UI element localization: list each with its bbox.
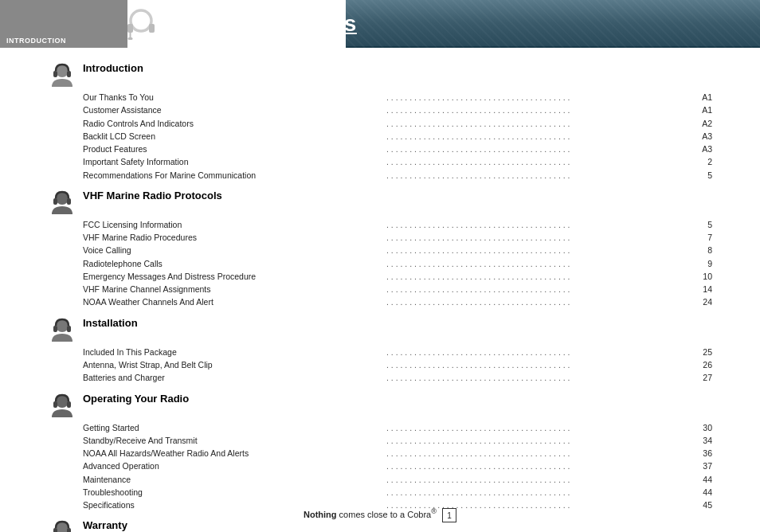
section-header-operating: Operating Your Radio: [48, 393, 712, 420]
section-header-vhf-marine: VHF Marine Radio Protocols: [48, 190, 712, 217]
toc-entry-label: Radiotelephone Calls: [83, 257, 385, 270]
svg-rect-13: [67, 326, 71, 332]
toc-entry-dots: . . . . . . . . . . . . . . . . . . . . …: [385, 421, 690, 434]
operating-entries: Getting Started . . . . . . . . . . . . …: [83, 421, 712, 512]
toc-entry-row: Customer Assistance . . . . . . . . . . …: [83, 104, 712, 116]
toc-entry-row: Standby/Receive And Transmit . . . . . .…: [83, 434, 712, 447]
toc-entry-dots: . . . . . . . . . . . . . . . . . . . . …: [385, 155, 690, 168]
toc-entry-row: Our Thanks To You . . . . . . . . . . . …: [83, 91, 712, 104]
toc-entry-row: Advanced Operation . . . . . . . . . . .…: [83, 460, 712, 472]
toc-entry-page: A3: [690, 130, 712, 143]
svg-point-0: [131, 10, 151, 31]
svg-rect-1: [127, 24, 133, 33]
svg-rect-4: [128, 37, 133, 40]
svg-rect-2: [149, 24, 155, 33]
installation-entries: Included In This Package . . . . . . . .…: [83, 346, 712, 385]
toc-entry-label: NOAA Weather Channels And Alert: [83, 295, 385, 308]
svg-rect-18: [53, 528, 57, 532]
toc-entry-row: Voice Calling . . . . . . . . . . . . . …: [83, 244, 712, 256]
toc-entry-label: NOAA All Hazards/Weather Radio And Alert…: [83, 447, 385, 460]
toc-entry-row: Antenna, Wrist Strap, And Belt Clip . . …: [83, 358, 712, 371]
page-header: Introduction Table of Contents: [0, 0, 760, 48]
introduction-title: Introduction: [83, 62, 143, 76]
toc-entry-page: A3: [690, 143, 712, 155]
toc-entry-dots: . . . . . . . . . . . . . . . . . . . . …: [385, 257, 690, 270]
vhf-marine-title: VHF Marine Radio Protocols: [83, 190, 222, 203]
toc-entry-page: 44: [690, 486, 712, 499]
toc-entry-dots: . . . . . . . . . . . . . . . . . . . . …: [385, 231, 690, 244]
toc-entry-dots: . . . . . . . . . . . . . . . . . . . . …: [385, 346, 690, 358]
toc-entry-page: 27: [690, 371, 712, 384]
toc-entry-dots: . . . . . . . . . . . . . . . . . . . . …: [385, 117, 690, 130]
toc-entry-page: 25: [690, 346, 712, 358]
section-installation: InstallationIncluded In This Package . .…: [48, 317, 712, 385]
toc-entry-row: Troubleshooting . . . . . . . . . . . . …: [83, 486, 712, 499]
section-header-introduction: Introduction: [48, 62, 712, 89]
toc-entry-dots: . . . . . . . . . . . . . . . . . . . . …: [385, 169, 690, 182]
toc-entry-page: A2: [690, 117, 712, 130]
footer-superscript: ®: [431, 507, 437, 515]
toc-entry-row: Radio Controls And Indicators . . . . . …: [83, 117, 712, 130]
toc-entry-page: 44: [690, 473, 712, 486]
section-introduction: IntroductionOur Thanks To You . . . . . …: [48, 62, 712, 182]
toc-entry-page: 14: [690, 283, 712, 295]
toc-entry-label: Recommendations For Marine Communication: [83, 169, 385, 182]
toc-entry-label: Troubleshooting: [83, 486, 385, 499]
toc-entry-label: Important Safety Information: [83, 155, 385, 168]
installation-icon: [48, 315, 76, 344]
introduction-icon: [48, 61, 76, 89]
svg-rect-6: [53, 71, 57, 77]
toc-entry-dots: . . . . . . . . . . . . . . . . . . . . …: [385, 358, 690, 371]
introduction-entries: Our Thanks To You . . . . . . . . . . . …: [83, 91, 712, 182]
toc-entry-label: Getting Started: [83, 421, 385, 434]
svg-rect-19: [67, 528, 71, 532]
toc-entry-label: Customer Assistance: [83, 104, 385, 116]
toc-entry-row: VHF Marine Radio Procedures . . . . . . …: [83, 231, 712, 244]
toc-entry-label: Batteries and Charger: [83, 371, 385, 384]
toc-entry-page: A1: [690, 104, 712, 116]
toc-entry-label: FCC Licensing Information: [83, 218, 385, 231]
toc-entry-row: Important Safety Information . . . . . .…: [83, 155, 712, 168]
operating-icon: [48, 391, 76, 420]
toc-entry-dots: . . . . . . . . . . . . . . . . . . . . …: [385, 104, 690, 116]
toc-entry-row: Recommendations For Marine Communication…: [83, 169, 712, 182]
toc-entry-row: VHF Marine Channel Assignments . . . . .…: [83, 283, 712, 295]
toc-entry-dots: . . . . . . . . . . . . . . . . . . . . …: [385, 218, 690, 231]
toc-entry-label: Emergency Messages And Distress Procedur…: [83, 270, 385, 283]
toc-entry-label: Antenna, Wrist Strap, And Belt Clip: [83, 358, 385, 371]
toc-entry-page: A1: [690, 91, 712, 104]
header-left-panel: Introduction: [0, 0, 127, 48]
toc-entry-dots: . . . . . . . . . . . . . . . . . . . . …: [385, 486, 690, 499]
toc-entry-dots: . . . . . . . . . . . . . . . . . . . . …: [385, 434, 690, 447]
toc-entry-page: 5: [690, 169, 712, 182]
toc-entry-dots: . . . . . . . . . . . . . . . . . . . . …: [385, 244, 690, 256]
toc-entry-page: 9: [690, 257, 712, 270]
page-footer: Nothing comes close to a Cobra® 1: [0, 507, 760, 522]
toc-entry-label: Backlit LCD Screen: [83, 130, 385, 143]
operating-title: Operating Your Radio: [83, 393, 189, 406]
toc-entry-row: Getting Started . . . . . . . . . . . . …: [83, 421, 712, 434]
toc-entry-dots: . . . . . . . . . . . . . . . . . . . . …: [385, 130, 690, 143]
toc-entry-dots: . . . . . . . . . . . . . . . . . . . . …: [385, 460, 690, 472]
toc-entry-label: VHF Marine Channel Assignments: [83, 283, 385, 295]
toc-entry-dots: . . . . . . . . . . . . . . . . . . . . …: [385, 270, 690, 283]
svg-rect-10: [67, 198, 71, 205]
toc-entry-page: 7: [690, 231, 712, 244]
toc-entry-page: 5: [690, 218, 712, 231]
toc-entry-page: 10: [690, 270, 712, 283]
toc-entry-page: 37: [690, 460, 712, 472]
toc-entry-label: VHF Marine Radio Procedures: [83, 231, 385, 244]
toc-entry-row: Product Features . . . . . . . . . . . .…: [83, 143, 712, 155]
toc-entry-row: NOAA Weather Channels And Alert . . . . …: [83, 295, 712, 308]
introduction-tab-label: Introduction: [6, 37, 127, 45]
section-vhf-marine: VHF Marine Radio ProtocolsFCC Licensing …: [48, 190, 712, 309]
toc-entry-page: 24: [690, 295, 712, 308]
toc-entry-row: Radiotelephone Calls . . . . . . . . . .…: [83, 257, 712, 270]
vhf-marine-entries: FCC Licensing Information . . . . . . . …: [83, 218, 712, 309]
toc-entry-label: Maintenance: [83, 473, 385, 486]
toc-entry-label: Product Features: [83, 143, 385, 155]
toc-entry-dots: . . . . . . . . . . . . . . . . . . . . …: [385, 473, 690, 486]
toc-entry-label: Included In This Package: [83, 346, 385, 358]
toc-entry-row: Batteries and Charger . . . . . . . . . …: [83, 371, 712, 384]
toc-entry-dots: . . . . . . . . . . . . . . . . . . . . …: [385, 283, 690, 295]
